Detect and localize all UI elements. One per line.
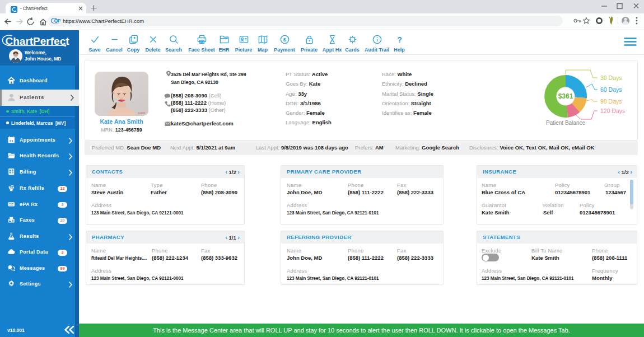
svg-text:?: ? <box>397 35 402 44</box>
svg-text:31: 31 <box>9 139 13 143</box>
svg-text:123RF: 123RF <box>138 112 146 115</box>
svg-text:$: $ <box>283 36 286 43</box>
svg-text:Rx: Rx <box>10 186 13 189</box>
svg-text:CP: CP <box>54 18 61 24</box>
svg-text:$361: $361 <box>558 92 573 100</box>
